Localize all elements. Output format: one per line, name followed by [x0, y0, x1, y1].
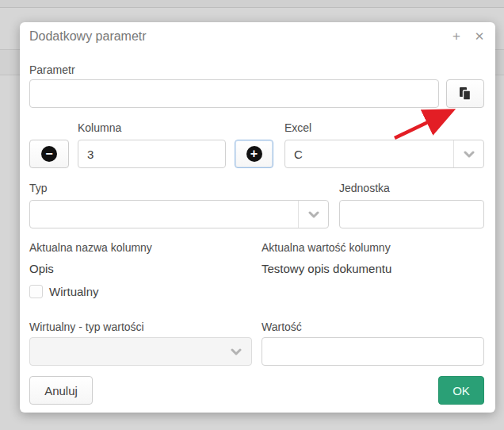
cancel-button[interactable]: Anuluj	[29, 376, 93, 405]
excel-dropdown-value: C	[285, 148, 453, 161]
minus-circle-icon: −	[41, 146, 57, 162]
typ-dropdown[interactable]	[29, 200, 329, 228]
typ-label: Typ	[29, 182, 48, 194]
wirtualny-checkbox[interactable]	[29, 285, 43, 298]
chevron-down-icon	[298, 201, 328, 228]
close-icon[interactable]: ✕	[472, 29, 487, 44]
excel-dropdown[interactable]: C	[284, 140, 484, 168]
ok-button[interactable]: OK	[438, 376, 484, 405]
dialog-title: Dodatkowy parametr	[29, 29, 147, 44]
wartosc-label: Wartość	[262, 321, 302, 333]
background-table-row	[0, 0, 504, 8]
excel-label: Excel	[284, 121, 311, 134]
parametr-input[interactable]	[29, 79, 439, 108]
wirtualny-typ-label: Wirtualny - typ wartości	[29, 321, 144, 333]
aktualna-nazwa-value: Opis	[29, 262, 54, 275]
plus-icon[interactable]: +	[449, 29, 464, 44]
parametr-label: Parametr	[29, 63, 75, 76]
jednostka-label: Jednostka	[339, 182, 390, 194]
copy-button[interactable]	[446, 79, 484, 108]
wirtualny-checkbox-label: Wirtualny	[49, 285, 99, 298]
chevron-down-icon	[221, 338, 251, 365]
plus-circle-icon: +	[246, 146, 262, 162]
wirtualny-typ-dropdown	[29, 337, 252, 366]
jednostka-input[interactable]	[339, 200, 484, 228]
aktualna-wartosc-label: Aktualna wartość kolumny	[262, 241, 391, 254]
kolumna-label: Kolumna	[78, 121, 121, 134]
kolumna-input[interactable]	[78, 140, 226, 168]
chevron-down-icon	[453, 140, 483, 167]
dialog-dodatkowy-parametr: Dodatkowy parametr + ✕ Parametr Kolumna …	[20, 22, 495, 413]
copy-icon	[458, 86, 472, 101]
kolumna-increment-button[interactable]: +	[235, 140, 273, 168]
kolumna-decrement-button[interactable]: −	[29, 140, 69, 168]
aktualna-wartosc-value: Testowy opis dokumentu	[262, 262, 391, 275]
aktualna-nazwa-label: Aktualna nazwa kolumny	[29, 241, 152, 254]
wartosc-input[interactable]	[262, 337, 484, 366]
